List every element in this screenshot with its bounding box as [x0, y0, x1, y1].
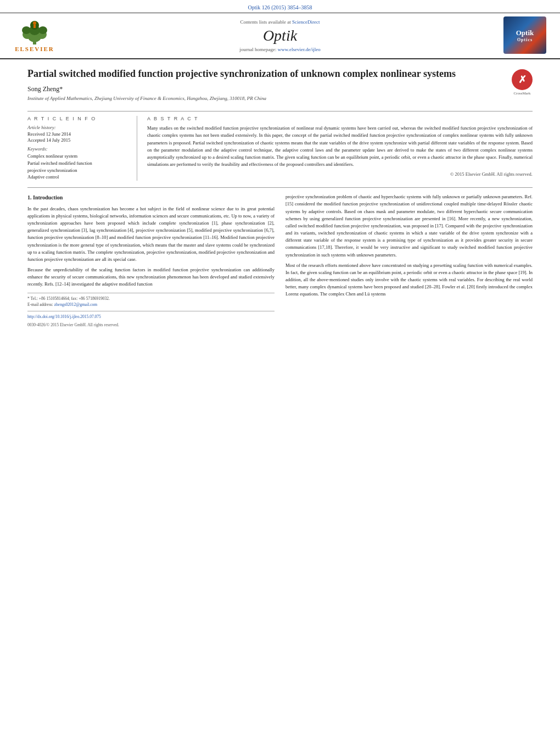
- top-header: Optik 126 (2015) 3854–3858: [0, 0, 560, 13]
- elsevier-tree-icon: [15, 20, 54, 44]
- body-col-right: projective synchronization problem of ch…: [285, 193, 533, 328]
- footnote-email-link[interactable]: zhengs02012@gmail.com: [54, 302, 97, 307]
- sciencedirect-link[interactable]: ScienceDirect: [292, 19, 320, 25]
- issn-text: 0030-4026/© 2015 Elsevier GmbH. All righ…: [27, 322, 119, 327]
- section1-title: 1. Introduction: [27, 193, 275, 202]
- footnote-tel: * Tel.: +86 15105814664; fax: +86 571869…: [27, 295, 275, 302]
- affiliation: Institute of Applied Mathematics, Zhejia…: [27, 96, 506, 101]
- article-info: A R T I C L E I N F O Article history: R…: [27, 116, 137, 181]
- footer-bar: http://dx.doi.org/10.1016/j.ijleo.2015.0…: [27, 311, 275, 320]
- contents-line: Contents lists available at ScienceDirec…: [70, 19, 490, 25]
- journal-title: Optik: [70, 27, 490, 44]
- body-col-left: 1. Introduction In the past decades, cha…: [27, 193, 275, 328]
- journal-right-logo: Optik Optics: [501, 16, 550, 55]
- keyword-4: Adaptive control: [27, 174, 130, 181]
- title-section: Partial switched modified function proje…: [27, 67, 533, 107]
- section-divider: [27, 187, 533, 188]
- body-para-right-1: projective synchronization problem of ch…: [285, 193, 533, 259]
- journal-banner: ELSEVIER Contents lists available at Sci…: [0, 13, 560, 59]
- body-para-2: Because the unpredictability of the scal…: [27, 266, 275, 288]
- footnote-section: * Tel.: +86 15105814664; fax: +86 571869…: [27, 293, 275, 308]
- elsevier-label: ELSEVIER: [15, 46, 54, 52]
- main-content: Partial switched modified function proje…: [0, 59, 560, 334]
- optik-logo: Optik Optics: [503, 16, 547, 55]
- crossmark-icon: ✗: [512, 69, 533, 90]
- abstract-section: A B S T R A C T Many studies on the swit…: [147, 116, 533, 181]
- keyword-3: projective synchronization: [27, 167, 130, 174]
- keywords-block: Keywords: Complex nonlinear system Parti…: [27, 146, 130, 181]
- received-date: Received 12 June 2014: [27, 131, 130, 137]
- optik-logo-inner: Optik Optics: [503, 16, 546, 54]
- history-label: Article history:: [27, 125, 130, 130]
- keyword-2: Partial switched modified function: [27, 160, 130, 167]
- keywords-label: Keywords:: [27, 146, 130, 152]
- svg-point-6: [38, 26, 47, 34]
- accepted-date: Accepted 14 July 2015: [27, 137, 130, 143]
- paper-title: Partial switched modified function proje…: [27, 67, 478, 81]
- homepage-line: journal homepage: www.elsevier.de/ijleo: [70, 47, 490, 52]
- body-para-right-2: Most of the research efforts mentioned a…: [285, 262, 533, 298]
- optik-logo-text: Optik: [516, 29, 534, 37]
- footnote-email: E-mail address: zhengs02012@gmail.com: [27, 302, 275, 308]
- journal-center: Contents lists available at ScienceDirec…: [59, 19, 501, 52]
- svg-point-8: [33, 21, 36, 25]
- article-info-heading: A R T I C L E I N F O: [27, 116, 130, 121]
- copyright-line: © 2015 Elsevier GmbH. All rights reserve…: [147, 171, 533, 177]
- svg-rect-9: [33, 25, 36, 28]
- body-para-1: In the past decades, chaos synchronizati…: [27, 205, 275, 263]
- homepage-link[interactable]: www.elsevier.de/ijleo: [278, 47, 321, 52]
- optics-logo-text: Optics: [517, 37, 533, 42]
- svg-point-5: [22, 26, 31, 34]
- page: Optik 126 (2015) 3854–3858 ELSEVIER: [0, 0, 560, 742]
- doi-link[interactable]: http://dx.doi.org/10.1016/j.ijleo.2015.0…: [27, 314, 101, 320]
- keyword-1: Complex nonlinear system: [27, 153, 130, 160]
- journal-ref: Optik 126 (2015) 3854–3858: [248, 4, 312, 10]
- abstract-heading: A B S T R A C T: [147, 116, 533, 121]
- elsevier-logo: ELSEVIER: [10, 19, 59, 52]
- author-name: Song Zheng*: [27, 85, 506, 93]
- body-columns: 1. Introduction In the past decades, cha…: [27, 193, 533, 328]
- abstract-text: Many studies on the switched modified fu…: [147, 125, 533, 168]
- article-info-abstract-section: A R T I C L E I N F O Article history: R…: [27, 111, 533, 181]
- crossmark-label: CrossMark: [512, 91, 533, 96]
